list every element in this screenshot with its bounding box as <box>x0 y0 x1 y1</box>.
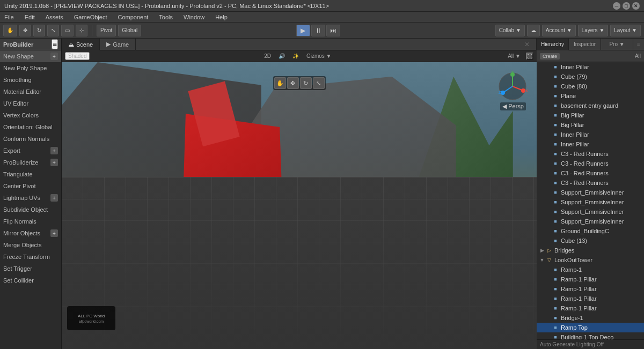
pb-triangulate[interactable]: Triangulate <box>0 168 61 180</box>
pb-set-collider[interactable]: Set Collider <box>0 274 61 286</box>
rotate-tool-button[interactable]: ↻ <box>33 25 45 36</box>
scale-tool-button[interactable]: ⤡ <box>47 25 59 36</box>
tab-close-scene[interactable]: ✕ <box>518 39 537 50</box>
tree-item-big-pillar-1[interactable]: ■ Big Pillar <box>537 110 644 120</box>
tab-inspector[interactable]: Inspector <box>569 39 601 50</box>
pb-merge-objects[interactable]: Merge Objects <box>0 239 61 251</box>
right-panel-options[interactable]: ≡ <box>633 41 644 47</box>
pause-button[interactable]: ⏸ <box>311 25 325 36</box>
pb-lightmap-add[interactable]: + <box>50 194 58 202</box>
window-controls[interactable]: ─ □ ✕ <box>613 2 640 10</box>
tree-item-plane[interactable]: ■ Plane <box>537 91 644 101</box>
pb-mirror-add[interactable]: + <box>50 229 58 237</box>
pb-smoothing[interactable]: Smoothing <box>0 74 61 86</box>
viewport-search[interactable]: All ▼ <box>506 53 523 59</box>
layers-button[interactable]: Layers ▼ <box>578 25 609 36</box>
menu-window[interactable]: Window <box>181 14 207 20</box>
pb-new-shape[interactable]: New Shape + <box>0 50 61 62</box>
pb-vertex-colors[interactable]: Vertex Colors <box>0 109 61 121</box>
viewport-2d[interactable]: 2D <box>262 53 273 59</box>
layout-button[interactable]: Layout ▼ <box>610 25 641 36</box>
vp-tool-rotate[interactable]: ↻ <box>300 77 312 89</box>
pb-export-add[interactable]: + <box>50 147 58 154</box>
tab-pro[interactable]: Pro ▼ <box>601 39 633 50</box>
tree-item-ramp1-top[interactable]: ■ Ramp Top <box>537 323 644 332</box>
collab-button[interactable]: Collab ▼ <box>495 25 525 36</box>
tree-item-cube13[interactable]: ■ Cube (13) <box>537 236 644 246</box>
tree-item-ramp1-pillar-3[interactable]: ■ Ramp-1 Pillar <box>537 294 644 303</box>
tree-item-basement-entry[interactable]: ■ basement entry gaurd <box>537 101 644 110</box>
tree-item-c3-red-1[interactable]: ■ C3 - Red Runners <box>537 149 644 159</box>
probuilder-menu-btn[interactable]: ≡ <box>52 39 58 49</box>
move-tool-button[interactable]: ✥ <box>19 25 31 36</box>
pb-center-pivot[interactable]: Center Pivot <box>0 180 61 192</box>
pb-new-shape-add[interactable]: + <box>50 53 58 60</box>
menu-gameobject[interactable]: GameObject <box>72 14 109 20</box>
tree-item-ramp1-pillar-1[interactable]: ■ Ramp-1 Pillar <box>537 274 644 284</box>
pb-new-poly-shape[interactable]: New Poly Shape <box>0 62 61 74</box>
hierarchy-create-btn[interactable]: Create <box>540 53 560 60</box>
menu-component[interactable]: Component <box>115 14 150 20</box>
3d-viewport[interactable]: ✋ ✥ ↻ ⤡ ◀ Persp <box>62 62 537 349</box>
tree-item-ramp1-pillar-4[interactable]: ■ Ramp-1 Pillar <box>537 303 644 313</box>
viewport-audio[interactable]: 🔊 <box>276 53 287 59</box>
pb-probuilderize[interactable]: ProBuilderize + <box>0 157 61 168</box>
tab-game[interactable]: ▶ Game <box>100 39 136 50</box>
pb-probuilderize-add[interactable]: + <box>50 159 58 166</box>
vp-tool-move[interactable]: ✥ <box>287 77 299 89</box>
menu-assets[interactable]: Assets <box>43 14 65 20</box>
viewport-gizmos[interactable]: Gizmos ▼ <box>304 53 334 59</box>
tab-scene[interactable]: ⛰ Scene <box>62 39 100 50</box>
viewport-effects[interactable]: ✨ <box>290 53 301 59</box>
tree-item-inner-pillar-2[interactable]: ■ Inner Pillar <box>537 130 644 139</box>
tree-item-building1-top-deco[interactable]: ■ Building-1 Top Deco <box>537 332 644 339</box>
tree-item-support-4[interactable]: ■ Support_EmmisiveInner <box>537 217 644 226</box>
minimize-button[interactable]: ─ <box>613 2 620 10</box>
tree-item-cube80[interactable]: ■ Cube (80) <box>537 81 644 91</box>
tree-item-ramp1-pillar-2[interactable]: ■ Ramp-1 Pillar <box>537 284 644 294</box>
menu-edit[interactable]: Edit <box>23 14 37 20</box>
transform-tool-button[interactable]: ⊹ <box>76 25 87 36</box>
tree-item-support-2[interactable]: ■ Support_EmmisiveInner <box>537 197 644 207</box>
step-button[interactable]: ⏭ <box>326 25 340 36</box>
tree-item-c3-red-4[interactable]: ■ C3 - Red Runners <box>537 178 644 188</box>
hierarchy-list[interactable]: ■ Inner Pillar ■ Cube (79) ■ Cube (80) ■… <box>537 62 644 339</box>
tree-item-support-1[interactable]: ■ Support_EmmisiveInner <box>537 188 644 197</box>
tree-item-inner-pillar-1[interactable]: ■ Inner Pillar <box>537 62 644 72</box>
tree-item-bridges[interactable]: ▶ ▷ Bridges <box>537 246 644 255</box>
tree-item-ground-building[interactable]: ■ Ground_BuildingC <box>537 226 644 236</box>
close-button[interactable]: ✕ <box>632 2 640 10</box>
pb-mirror-objects[interactable]: Mirror Objects + <box>0 227 61 239</box>
menu-help[interactable]: Help <box>213 14 230 20</box>
pb-subdivide[interactable]: Subdivide Object <box>0 204 61 216</box>
shaded-dropdown[interactable]: Shaded <box>65 52 90 60</box>
pb-lightmap-uvs[interactable]: Lightmap UVs + <box>0 192 61 204</box>
pb-orientation[interactable]: Orientation: Global <box>0 121 61 133</box>
tree-item-c3-red-2[interactable]: ■ C3 - Red Runners <box>537 159 644 168</box>
pb-material-editor[interactable]: Material Editor <box>0 86 61 98</box>
pb-conform-normals[interactable]: Conform Normals <box>0 133 61 145</box>
pivot-button[interactable]: Pivot <box>97 25 116 36</box>
rect-tool-button[interactable]: ▭ <box>61 25 74 36</box>
vp-tool-hand[interactable]: ✋ <box>274 77 286 89</box>
tab-hierarchy[interactable]: Hierarchy <box>537 39 569 50</box>
cloud-button[interactable]: ☁ <box>527 25 540 36</box>
pb-export[interactable]: Export + <box>0 145 61 157</box>
tree-item-c3-red-3[interactable]: ■ C3 - Red Runners <box>537 168 644 178</box>
maximize-button[interactable]: □ <box>623 2 630 10</box>
menu-tools[interactable]: Tools <box>157 14 175 20</box>
tree-item-inner-pillar-3[interactable]: ■ Inner Pillar <box>537 139 644 149</box>
tree-item-lookout-tower[interactable]: ▼ ▽ LookOutTower <box>537 255 644 265</box>
global-button[interactable]: Global <box>118 25 141 36</box>
tree-item-ramp1[interactable]: ■ Ramp-1 <box>537 265 644 274</box>
play-button[interactable]: ▶ <box>296 25 310 36</box>
tree-item-bridge1[interactable]: ■ Bridge-1 <box>537 313 644 323</box>
pb-freeze-transform[interactable]: Freeze Transform <box>0 251 61 263</box>
vp-tool-scale[interactable]: ⤡ <box>313 77 325 89</box>
tree-item-cube79[interactable]: ■ Cube (79) <box>537 72 644 81</box>
tree-item-big-pillar-2[interactable]: ■ Big Pillar <box>537 120 644 130</box>
menu-file[interactable]: File <box>2 14 16 20</box>
hand-tool-button[interactable]: ✋ <box>3 25 17 36</box>
pb-uv-editor[interactable]: UV Editor <box>0 98 61 109</box>
pb-set-trigger[interactable]: Set Trigger <box>0 263 61 274</box>
